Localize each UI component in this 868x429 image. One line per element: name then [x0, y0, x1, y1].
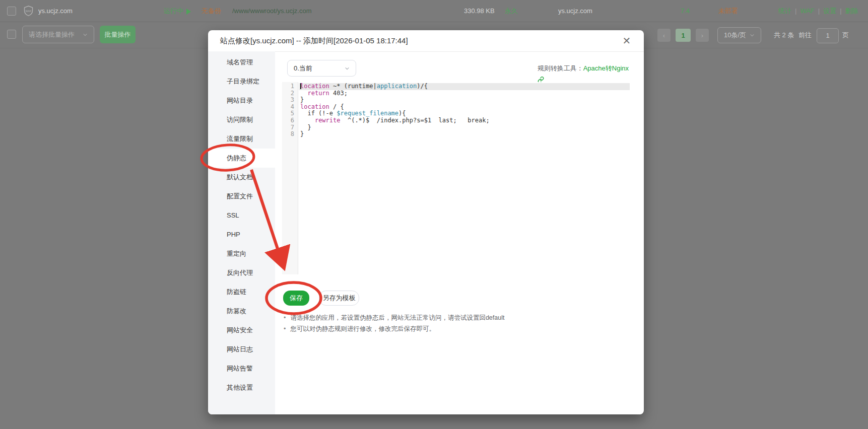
site-modify-modal: 站点修改[ys.ucjz.com] -- 添加时间[2026-01-05 18:… [208, 30, 644, 414]
save-button[interactable]: 保存 [283, 291, 309, 306]
site-action-2[interactable]: WAF [800, 7, 814, 15]
rule-convert-label: 规则转换工具： [538, 64, 583, 72]
pagination-total: 共 2 条 [774, 28, 794, 42]
chevron-down-icon [750, 33, 755, 38]
line-number: 3 [282, 97, 298, 104]
page-size-select[interactable]: 10条/页 [717, 27, 761, 43]
rule-convert-tool: 规则转换工具：Apache转Nginx [538, 60, 629, 77]
sidebar-item-其他设置[interactable]: 其他设置 [208, 378, 275, 397]
help-note-2: 您可以对伪静态规则进行修改，修改完后保存即可。 [284, 323, 504, 334]
code-line-6: rewrite ^(.*)$ /index.php?s=$1 last; bre… [299, 117, 630, 124]
site-action-links: 统计|WAF|设置|删除 [778, 0, 858, 22]
site-action-1[interactable]: 统计 [778, 7, 791, 15]
svg-text:WAF: WAF [25, 10, 32, 13]
modal-header: 站点修改[ys.ucjz.com] -- 添加时间[2026-01-05 18:… [208, 30, 644, 52]
pagination-page-1[interactable]: 1 [676, 29, 691, 42]
batch-operation-select[interactable]: 请选择批量操作 [22, 26, 94, 43]
pagination-next-button[interactable]: › [696, 29, 709, 42]
line-number: 8 [282, 131, 298, 138]
line-number: 5 [282, 110, 298, 117]
sidebar-item-默认文档[interactable]: 默认文档 [208, 168, 275, 187]
play-icon[interactable] [186, 9, 191, 15]
sidebar-item-子目录绑定[interactable]: 子目录绑定 [208, 72, 275, 91]
site-root-path[interactable]: /www/wwwroot/ys.ucjz.com [232, 0, 311, 22]
pagination-prev-button[interactable]: ‹ [657, 29, 671, 42]
sidebar-item-访问限制[interactable]: 访问限制 [208, 110, 275, 129]
sidebar-item-网站日志[interactable]: 网站日志 [208, 340, 275, 359]
site-size[interactable]: 330.98 KB [464, 0, 495, 22]
site-action-3[interactable]: 设置 [823, 7, 836, 15]
sidebar-item-配置文件[interactable]: 配置文件 [208, 187, 275, 206]
editor-code-area[interactable]: location ~* (runtime|application)/{ retu… [299, 82, 630, 274]
close-icon[interactable]: ✕ [621, 35, 633, 47]
code-line-3: } [299, 97, 630, 104]
save-as-template-button[interactable]: 另存为模板 [319, 291, 359, 306]
action-separator: | [818, 7, 820, 15]
code-line-7: } [299, 124, 630, 131]
sidebar-item-网站告警[interactable]: 网站告警 [208, 359, 275, 378]
pagination-page-unit: 页 [842, 28, 849, 42]
help-notes: 请选择您的应用，若设置伪静态后，网站无法正常访问，请尝试设置回default您可… [284, 312, 504, 334]
site-remark[interactable]: ys.ucjz.com [558, 0, 592, 22]
sidebar-item-PHP[interactable]: PHP [208, 225, 275, 244]
sidebar-item-防盗链[interactable]: 防盗链 [208, 282, 275, 302]
modal-sidebar: 域名管理子目录绑定网站目录访问限制流量限制伪静态默认文档配置文件SSLPHP重定… [208, 51, 275, 414]
pagination-goto-input[interactable] [817, 28, 839, 43]
rewrite-code-editor[interactable]: 12345678 location ~* (runtime|applicatio… [282, 82, 630, 274]
site-domain[interactable]: ys.ucjz.com [38, 0, 73, 22]
pagination-goto-label: 前往 [798, 28, 812, 42]
apache-to-nginx-link[interactable]: Apache转Nginx [583, 64, 629, 72]
sidebar-item-网站安全[interactable]: 网站安全 [208, 321, 275, 340]
code-line-1: location ~* (runtime|application)/{ [299, 83, 630, 90]
action-separator: | [840, 7, 841, 15]
modal-title: 站点修改[ys.ucjz.com] -- 添加时间[2026-01-05 18:… [220, 30, 408, 51]
batch-operation-button[interactable]: 批量操作 [100, 26, 136, 43]
sidebar-item-网站目录[interactable]: 网站目录 [208, 91, 275, 110]
select-all-checkbox[interactable] [7, 30, 16, 39]
chevron-down-icon [83, 32, 88, 37]
line-number: 7 [282, 124, 298, 131]
line-number: 6 [282, 117, 298, 124]
code-line-8: } [299, 131, 630, 138]
line-number: 1 [282, 83, 298, 90]
code-line-5: if (!-e $request_filename){ [299, 110, 630, 117]
sidebar-item-反向代理[interactable]: 反向代理 [208, 263, 275, 282]
editor-line-numbers: 12345678 [282, 82, 298, 274]
line-number: 2 [282, 90, 298, 97]
sidebar-item-域名管理[interactable]: 域名管理 [208, 53, 275, 72]
site-action-4[interactable]: 删除 [845, 7, 858, 15]
code-line-2: return 403; [299, 90, 630, 97]
line-number: 4 [282, 104, 298, 111]
site-expire[interactable]: 永久 [505, 0, 518, 22]
sidebar-item-重定向[interactable]: 重定向 [208, 244, 275, 263]
site-php-version[interactable]: 7.4 [681, 0, 690, 22]
action-separator: | [795, 7, 796, 15]
help-note-1: 请选择您的应用，若设置伪静态后，网站无法正常访问，请尝试设置回default [284, 312, 504, 323]
site-row-checkbox[interactable] [7, 7, 16, 16]
sidebar-item-防篡改[interactable]: 防篡改 [208, 302, 275, 321]
rewrite-rule-select[interactable]: 0.当前 [287, 60, 356, 77]
waf-shield-icon: WAF [23, 5, 34, 17]
sidebar-item-流量限制[interactable]: 流量限制 [208, 129, 275, 149]
sidebar-item-SSL[interactable]: SSL [208, 206, 275, 225]
code-line-4: location / { [299, 104, 630, 111]
site-table-row: WAF ys.ucjz.com 运行中 无备份 /www/wwwroot/ys.… [0, 0, 868, 22]
site-ssl-status[interactable]: 未部署 [718, 0, 738, 22]
site-status[interactable]: 运行中 [164, 0, 191, 22]
sidebar-item-伪静态[interactable]: 伪静态 [208, 149, 275, 168]
site-backup-status[interactable]: 无备份 [202, 0, 221, 22]
chevron-down-icon [345, 66, 350, 71]
